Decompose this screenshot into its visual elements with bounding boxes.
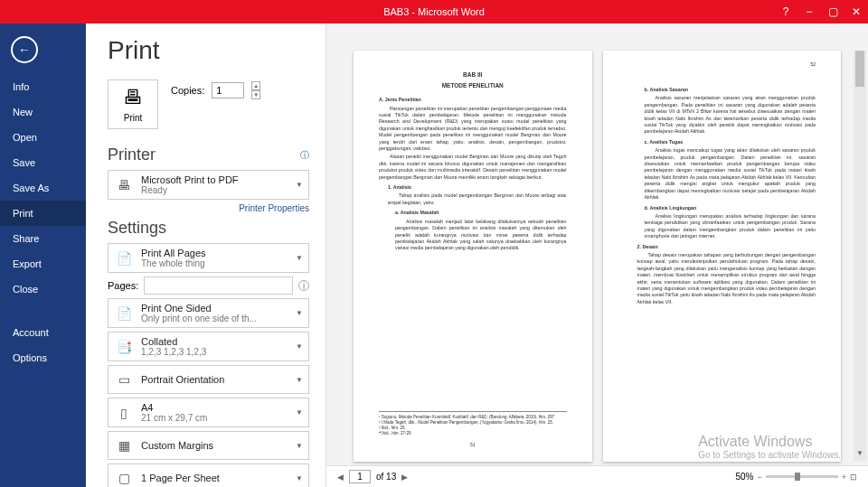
- print-button[interactable]: 🖶 Print: [108, 80, 158, 129]
- title-bar: BAB3 - Microsoft Word ? − ▢ ✕: [0, 0, 868, 23]
- one-sided-icon: 📄: [114, 306, 134, 321]
- zoom-fit-button[interactable]: ⊡: [850, 473, 857, 482]
- chevron-down-icon: ▼: [296, 309, 303, 317]
- page-title: Print: [108, 36, 309, 65]
- nav-new[interactable]: New: [0, 99, 86, 125]
- page-number-input[interactable]: [349, 470, 371, 483]
- pages-label: Pages:: [108, 280, 138, 291]
- zoom-in-button[interactable]: +: [842, 473, 846, 482]
- chevron-down-icon: ▼: [296, 442, 303, 450]
- chevron-down-icon: ▼: [296, 474, 303, 482]
- dd-sides[interactable]: 📄 Print One SidedOnly print on one side …: [108, 298, 309, 328]
- printer-status-icon: 🖶: [114, 178, 134, 192]
- printer-dropdown[interactable]: 🖶 Microsoft Print to PDF Ready ▼: [108, 170, 309, 200]
- printer-properties-link[interactable]: Printer Properties: [108, 203, 309, 213]
- backstage-sidebar: ← Info New Open Save Save As Print Share…: [0, 23, 86, 487]
- back-button[interactable]: ←: [11, 36, 38, 63]
- minimize-button[interactable]: −: [797, 0, 821, 23]
- printer-info-icon[interactable]: ⓘ: [300, 149, 309, 162]
- next-page-button[interactable]: ▶: [401, 473, 408, 482]
- window-title: BAB3 - Microsoft Word: [383, 6, 485, 17]
- nav-options[interactable]: Options: [0, 345, 86, 370]
- dd-orientation[interactable]: ▭ Portrait Orientation ▼: [108, 365, 309, 394]
- margins-icon: ▦: [114, 438, 134, 453]
- nav-export[interactable]: Export: [0, 251, 86, 276]
- printer-heading: Printer: [108, 145, 156, 164]
- scroll-down-icon[interactable]: ▼: [854, 449, 866, 462]
- nav-close[interactable]: Close: [0, 276, 86, 302]
- preview-page-1: BAB III METODE PENELITIAN A. Jenis Penel…: [354, 51, 592, 462]
- preview-page-2: 52 b. Analisis Sasaran Analisis sasaran …: [603, 51, 842, 462]
- settings-heading: Settings: [108, 219, 166, 238]
- nav-print[interactable]: Print: [0, 201, 86, 226]
- chevron-down-icon: ▼: [296, 342, 303, 351]
- zoom-slider[interactable]: [766, 475, 838, 478]
- window-controls: ? − ▢ ✕: [774, 0, 868, 23]
- nav-account[interactable]: Account: [0, 320, 86, 345]
- paper-icon: ▯: [114, 406, 134, 420]
- pages-input[interactable]: [144, 276, 293, 295]
- chevron-down-icon: ▼: [296, 408, 303, 417]
- help-button[interactable]: ?: [774, 0, 797, 23]
- chevron-down-icon: ▼: [296, 376, 303, 384]
- page-count-label: of 13: [376, 472, 396, 482]
- nav-save[interactable]: Save: [0, 150, 86, 175]
- copies-input[interactable]: [212, 82, 244, 98]
- copies-spinner[interactable]: ▲▼: [251, 81, 260, 99]
- dd-margins[interactable]: ▦ Custom Margins ▼: [108, 431, 309, 460]
- printer-icon: 🖶: [108, 86, 157, 109]
- restore-button[interactable]: ▢: [821, 0, 844, 23]
- dd-pages-per-sheet[interactable]: ▢ 1 Page Per Sheet ▼: [108, 464, 309, 487]
- print-preview: BAB III METODE PENELITIAN A. Jenis Penel…: [326, 23, 868, 487]
- dd-print-range[interactable]: 📄 Print All PagesThe whole thing ▼: [108, 243, 309, 273]
- pages-per-sheet-icon: ▢: [114, 471, 134, 485]
- chevron-down-icon: ▼: [296, 254, 303, 262]
- zoom-out-button[interactable]: −: [757, 473, 761, 482]
- copies-label: Copies:: [171, 85, 204, 96]
- print-settings-panel: Print 🖶 Print Copies: ▲▼ Printer ⓘ: [86, 23, 326, 487]
- orientation-icon: ▭: [114, 372, 134, 387]
- preview-vscrollbar[interactable]: ▲ ▼: [854, 51, 866, 462]
- nav-save-as[interactable]: Save As: [0, 175, 86, 201]
- pages-info-icon[interactable]: i: [298, 280, 309, 291]
- collate-icon: 📑: [114, 340, 134, 354]
- scroll-thumb[interactable]: [855, 51, 864, 87]
- nav-share[interactable]: Share: [0, 226, 86, 251]
- zoom-level: 50%: [735, 472, 753, 482]
- dd-collation[interactable]: 📑 Collated1,2,3 1,2,3 1,2,3 ▼: [108, 332, 309, 361]
- chevron-down-icon: ▼: [296, 181, 303, 189]
- prev-page-button[interactable]: ◀: [337, 473, 344, 482]
- nav-info[interactable]: Info: [0, 74, 86, 99]
- preview-pager: ◀ of 13 ▶ 50% − + ⊡: [326, 465, 868, 487]
- nav-open[interactable]: Open: [0, 125, 86, 150]
- dd-paper-size[interactable]: ▯ A421 cm x 29,7 cm ▼: [108, 398, 309, 427]
- pages-icon: 📄: [114, 251, 134, 266]
- close-button[interactable]: ✕: [844, 0, 868, 23]
